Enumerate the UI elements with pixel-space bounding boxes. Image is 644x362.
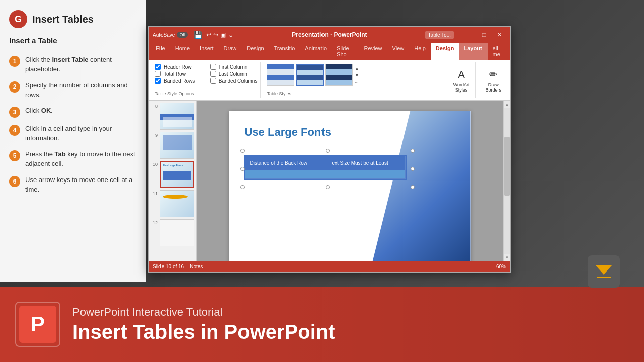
tutorial-logo: G Insert Tables bbox=[9, 10, 137, 28]
slide-preview-10: Use Large Fonts bbox=[160, 161, 194, 188]
scroll-thumb bbox=[504, 137, 510, 195]
autosave-label: AutoSave bbox=[153, 32, 175, 38]
tutorial-panel: G Insert Tables Insert a Table 1 Click t… bbox=[0, 0, 146, 282]
tab-search[interactable]: ell me bbox=[488, 43, 508, 60]
table-cell-1-1[interactable]: Distance of the Back Row bbox=[245, 156, 324, 170]
first-column-checkbox[interactable] bbox=[210, 64, 216, 70]
header-row-checkbox[interactable] bbox=[155, 64, 161, 70]
step-text-6: Use arrow keys to move one cell at a tim… bbox=[25, 175, 137, 195]
restore-button[interactable]: □ bbox=[477, 30, 491, 40]
step-number-4: 4 bbox=[9, 125, 20, 136]
banded-rows-checkbox[interactable] bbox=[155, 78, 161, 84]
banded-columns-label: Banded Columns bbox=[219, 78, 258, 84]
slide-bg-accent bbox=[370, 111, 471, 261]
footer: P PowerPoint Interactive Tutorial Insert… bbox=[0, 287, 644, 362]
tab-review[interactable]: Review bbox=[359, 43, 387, 60]
tab-help[interactable]: Help bbox=[409, 43, 431, 60]
slide-num-9: 9 bbox=[151, 133, 158, 138]
tab-layout[interactable]: Layout bbox=[459, 43, 488, 60]
scroll-track[interactable] bbox=[504, 108, 510, 254]
table-style-options-label: Table Style Options bbox=[155, 89, 257, 96]
step-item: 4 Click in a cell and type in your infor… bbox=[9, 124, 137, 143]
draw-borders-icon: ✏ bbox=[486, 67, 500, 81]
slide-thumb-10[interactable]: 10 Use Large Fonts bbox=[151, 161, 194, 188]
slide-table[interactable]: Distance of the Back Row Text Size Must … bbox=[245, 156, 406, 179]
slide-thumb-12[interactable]: 12 bbox=[151, 219, 194, 246]
handle-bl bbox=[240, 185, 245, 189]
slide-thumb-11[interactable]: 11 bbox=[151, 190, 194, 217]
tab-view[interactable]: View bbox=[387, 43, 410, 60]
tab-design[interactable]: Design bbox=[242, 43, 269, 60]
scroll-down-button[interactable]: ▼ bbox=[504, 254, 511, 261]
table-style-3[interactable] bbox=[325, 64, 353, 86]
tab-animations[interactable]: Animatio bbox=[300, 43, 332, 60]
table-cell-2-1[interactable] bbox=[245, 170, 324, 179]
slide-count: Slide 10 of 16 bbox=[153, 264, 184, 269]
last-column-checkbox[interactable] bbox=[210, 71, 216, 77]
checkbox-banded-rows[interactable]: Banded Rows bbox=[155, 78, 202, 84]
total-row-checkbox[interactable] bbox=[155, 71, 161, 77]
minimize-button[interactable]: − bbox=[462, 30, 476, 40]
tutorial-panel-title: Insert Tables bbox=[32, 14, 94, 25]
pp-logo: P bbox=[15, 302, 60, 347]
tab-insert[interactable]: Insert bbox=[195, 43, 219, 60]
step-item: 1 Click the Insert Table content placeho… bbox=[9, 55, 137, 74]
step-list: 1 Click the Insert Table content placeho… bbox=[9, 55, 137, 194]
slide-thumb-8[interactable]: 8 bbox=[151, 103, 194, 130]
handle-tm bbox=[326, 149, 330, 153]
table-styles-scroll[interactable]: ▲ ▼ ⌄ bbox=[354, 66, 359, 84]
notes-label[interactable]: Notes bbox=[190, 264, 203, 269]
footer-text: PowerPoint Interactive Tutorial Insert T… bbox=[72, 306, 335, 343]
banded-rows-label: Banded Rows bbox=[164, 78, 195, 84]
table-style-2[interactable] bbox=[296, 64, 324, 86]
checkbox-header-row[interactable]: Header Row bbox=[155, 64, 202, 70]
checkbox-last-column[interactable]: Last Column bbox=[210, 71, 258, 77]
checkbox-first-column[interactable]: First Column bbox=[210, 64, 258, 70]
checkbox-banded-columns[interactable]: Banded Columns bbox=[210, 78, 258, 84]
slide-content-area: Use Large Fonts Distance of the Back Row… bbox=[197, 101, 503, 261]
table-style-1[interactable] bbox=[267, 64, 294, 86]
last-column-label: Last Column bbox=[219, 71, 247, 77]
powerpoint-window: AutoSave Off 💾 ↩ ↪ ▣ ⌄ Presentation - Po… bbox=[148, 26, 511, 273]
undo-icon[interactable]: ↩ bbox=[206, 31, 211, 38]
window-controls: − □ ✕ bbox=[462, 30, 506, 40]
zoom-level: 60% bbox=[496, 264, 506, 269]
tab-file[interactable]: File bbox=[151, 43, 170, 60]
table-cell-1-2[interactable]: Text Size Must be at Least bbox=[324, 156, 405, 170]
table-cell-2-2[interactable] bbox=[324, 170, 405, 179]
download-button[interactable] bbox=[588, 255, 620, 288]
step-item: 5 Press the Tab key to move to the next … bbox=[9, 150, 137, 169]
slide-num-12: 12 bbox=[151, 220, 158, 225]
total-row-label: Total Row bbox=[164, 71, 186, 77]
slide-thumb-9[interactable]: 9 bbox=[151, 132, 194, 159]
wordart-label: WordArtStyles bbox=[453, 82, 470, 93]
more-icon[interactable]: ⌄ bbox=[228, 31, 234, 39]
draw-borders-label: DrawBorders bbox=[485, 82, 501, 93]
tab-tabledesign[interactable]: Design bbox=[431, 43, 459, 60]
step-item: 2 Specify the number of columns and rows… bbox=[9, 81, 137, 100]
close-button[interactable]: ✕ bbox=[492, 30, 506, 40]
save-icon[interactable]: 💾 bbox=[194, 31, 202, 39]
checkbox-total-row[interactable]: Total Row bbox=[155, 71, 202, 77]
slide-num-10: 10 bbox=[151, 162, 158, 167]
draw-borders-button[interactable]: ✏ DrawBorders bbox=[482, 65, 504, 95]
logo-letter: G bbox=[15, 14, 22, 25]
step-item: 3 Click OK. bbox=[9, 106, 137, 118]
table-styles-label: Table Styles bbox=[267, 89, 440, 96]
tab-draw[interactable]: Draw bbox=[219, 43, 242, 60]
slide-preview-9 bbox=[160, 132, 194, 159]
present-icon[interactable]: ▣ bbox=[220, 31, 226, 38]
banded-columns-checkbox[interactable] bbox=[210, 78, 216, 84]
ribbon-content: Header Row First Column Total Row Last C… bbox=[149, 60, 510, 100]
download-line-icon bbox=[597, 277, 611, 278]
autosave-state: Off bbox=[177, 32, 188, 38]
wordart-styles-button[interactable]: A WordArtStyles bbox=[450, 65, 473, 95]
redo-icon[interactable]: ↪ bbox=[213, 31, 218, 38]
footer-subtitle: PowerPoint Interactive Tutorial bbox=[72, 306, 335, 319]
tab-home[interactable]: Home bbox=[170, 43, 195, 60]
tab-transitions[interactable]: Transitio bbox=[269, 43, 300, 60]
scroll-up-button[interactable]: ▲ bbox=[504, 101, 511, 108]
tab-slideshow[interactable]: Slide Sho bbox=[332, 43, 359, 60]
handle-tl bbox=[240, 149, 245, 153]
tutorial-section-title: Insert a Table bbox=[9, 36, 137, 48]
